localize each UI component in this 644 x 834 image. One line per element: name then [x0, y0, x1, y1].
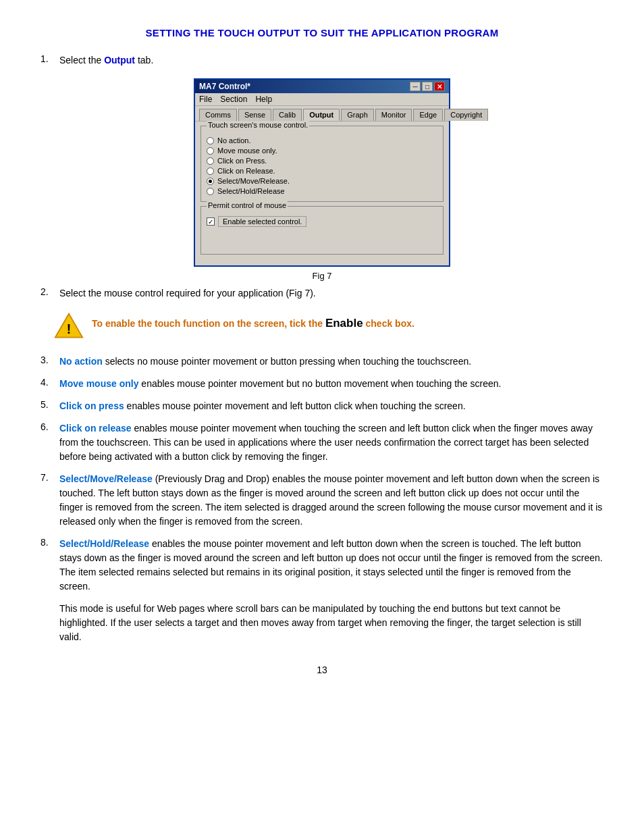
win-outer: MA7 Control* ─ □ ✕ File Section Help Com… — [194, 78, 450, 267]
step-2-content: Select the mouse control required for yo… — [59, 286, 603, 301]
tab-output[interactable]: Output — [303, 109, 340, 121]
list-item-5: 5.Click on press enables mouse pointer m… — [41, 399, 603, 413]
warning-box: ! To enable the touch function on the sc… — [54, 311, 603, 341]
radio-click-press-label: Click on Press. — [217, 157, 267, 165]
mouse-control-label: Touch screen's mouse control. — [207, 121, 309, 129]
warning-text-block: To enable the touch function on the scre… — [92, 311, 414, 332]
win-body: Touch screen's mouse control. No action.… — [195, 121, 449, 265]
win-controls: ─ □ ✕ — [410, 82, 445, 91]
mouse-control-group: Touch screen's mouse control. No action.… — [200, 126, 444, 202]
page-title: SETTING THE TOUCH OUTPUT TO SUIT THE APP… — [41, 27, 603, 38]
radio-select-hold-release-circle[interactable] — [207, 188, 214, 195]
radio-select-hold-release-label: Select/Hold/Release — [217, 187, 285, 195]
step-1-after: tab. — [135, 55, 153, 66]
tab-comms[interactable]: Comms — [199, 109, 237, 121]
radio-no-action[interactable]: No action. — [207, 136, 437, 145]
radio-move-mouse-label: Move mouse only. — [217, 147, 277, 155]
footnote: This mode is useful for Web pages where … — [59, 602, 603, 644]
list-item-6: 6.Click on release enables mouse pointer… — [41, 421, 603, 464]
fig-label: Fig 7 — [313, 271, 332, 281]
menu-file[interactable]: File — [199, 95, 212, 104]
warning-enable-word: Enable — [325, 317, 363, 330]
menu-help[interactable]: Help — [255, 95, 272, 104]
item-7-bold-label: Select/Move/Release — [59, 473, 153, 484]
radio-move-mouse[interactable]: Move mouse only. — [207, 147, 437, 155]
list-item-7: 7.Select/Move/Release (Previously Drag a… — [41, 472, 603, 529]
warning-suffix: check box. — [363, 318, 414, 329]
menu-section[interactable]: Section — [220, 95, 247, 104]
page-number: 13 — [41, 664, 603, 675]
win-titlebar: MA7 Control* ─ □ ✕ — [195, 80, 449, 93]
step-1-num: 1. — [41, 53, 54, 68]
win-menubar: File Section Help — [195, 93, 449, 106]
tab-edge[interactable]: Edge — [413, 109, 443, 121]
radio-click-press[interactable]: Click on Press. — [207, 157, 437, 165]
tab-monitor[interactable]: Monitor — [375, 109, 412, 121]
item-6-content: Click on release enables mouse pointer m… — [59, 421, 603, 464]
list-item-3: 3.No action selects no mouse pointer mov… — [41, 355, 603, 369]
item-3-bold-label: No action — [59, 356, 103, 367]
item-4-num: 4. — [41, 377, 54, 391]
win-title: MA7 Control* — [199, 82, 250, 91]
output-tab-ref: Output — [104, 55, 135, 66]
radio-select-move-release-circle[interactable] — [207, 178, 214, 185]
tab-sense[interactable]: Sense — [238, 109, 271, 121]
warning-icon: ! — [54, 311, 84, 341]
radio-no-action-circle[interactable] — [207, 137, 214, 145]
permit-control-group: Permit control of mouse ✓ Enable selecte… — [200, 206, 444, 255]
item-4-bold-label: Move mouse only — [59, 378, 138, 389]
radio-click-press-circle[interactable] — [207, 157, 214, 165]
enable-checkbox[interactable]: ✓ — [207, 217, 215, 226]
step-2-num: 2. — [41, 286, 54, 301]
radio-select-hold-release[interactable]: Select/Hold/Release — [207, 187, 437, 195]
step-1-content: Select the Output tab. — [59, 53, 603, 68]
item-7-content: Select/Move/Release (Previously Drag and… — [59, 472, 603, 529]
item-3-num: 3. — [41, 355, 54, 369]
tab-calib[interactable]: Calib — [273, 109, 302, 121]
tab-copyright[interactable]: Copyright — [444, 109, 488, 121]
tab-graph[interactable]: Graph — [341, 109, 374, 121]
win-tabs: Comms Sense Calib Output Graph Monitor E… — [195, 106, 449, 121]
radio-no-action-label: No action. — [217, 136, 251, 145]
enable-checkbox-row[interactable]: ✓ Enable selected control. — [207, 216, 437, 227]
item-8-content: Select/Hold/Release enables the mouse po… — [59, 537, 603, 594]
item-8-bold-label: Select/Hold/Release — [59, 538, 149, 549]
win-close-button[interactable]: ✕ — [434, 82, 445, 91]
win-maximize-button[interactable]: □ — [422, 82, 433, 91]
warning-prefix: To enable the touch function on the scre… — [92, 318, 325, 329]
list-item-4: 4.Move mouse only enables mouse pointer … — [41, 377, 603, 391]
list-item-8: 8.Select/Hold/Release enables the mouse … — [41, 537, 603, 594]
item-7-num: 7. — [41, 472, 54, 529]
item-3-content: No action selects no mouse pointer movem… — [59, 355, 603, 369]
permit-control-label: Permit control of mouse — [207, 201, 288, 209]
window-screenshot: MA7 Control* ─ □ ✕ File Section Help Com… — [41, 78, 603, 281]
radio-move-mouse-circle[interactable] — [207, 147, 214, 155]
items-list: 3.No action selects no mouse pointer mov… — [41, 355, 603, 594]
item-6-bold-label: Click on release — [59, 423, 132, 434]
radio-select-move-release-label: Select/Move/Release. — [217, 177, 290, 185]
list-item-1: 1. Select the Output tab. — [41, 53, 603, 68]
enable-checkbox-label: Enable selected control. — [218, 216, 306, 227]
item-8-num: 8. — [41, 537, 54, 594]
win-minimize-button[interactable]: ─ — [410, 82, 421, 91]
item-4-content: Move mouse only enables mouse pointer mo… — [59, 377, 603, 391]
list-item-2: 2. Select the mouse control required for… — [41, 286, 603, 301]
radio-click-release[interactable]: Click on Release. — [207, 167, 437, 175]
radio-select-move-release[interactable]: Select/Move/Release. — [207, 177, 437, 185]
svg-text:!: ! — [67, 321, 71, 336]
radio-click-release-label: Click on Release. — [217, 167, 275, 175]
item-5-bold-label: Click on press — [59, 400, 124, 411]
item-5-num: 5. — [41, 399, 54, 413]
item-6-num: 6. — [41, 421, 54, 464]
item-5-content: Click on press enables mouse pointer mov… — [59, 399, 603, 413]
radio-click-release-circle[interactable] — [207, 167, 214, 175]
